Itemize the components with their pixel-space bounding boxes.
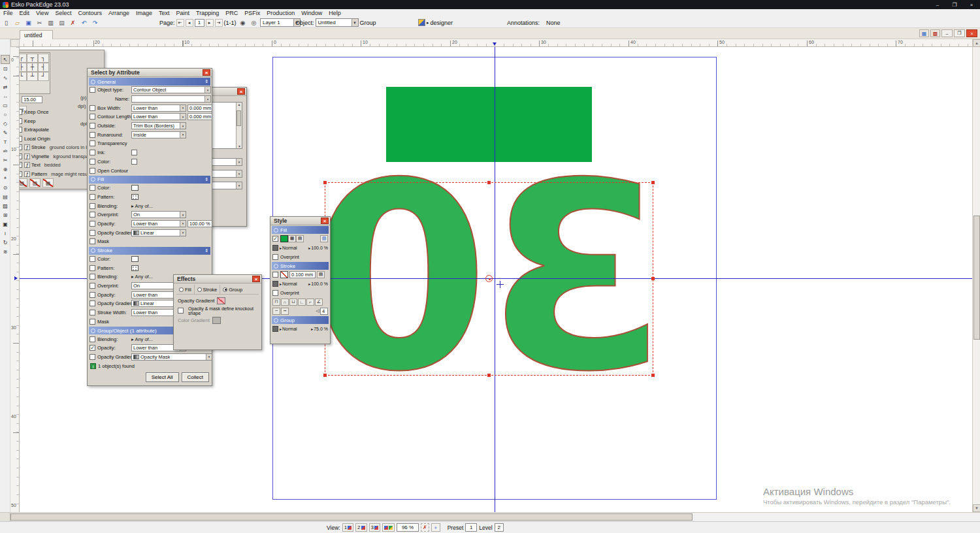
layer-lock-icon[interactable]: ◎ xyxy=(249,18,259,27)
sba-checkbox[interactable] xyxy=(90,319,95,325)
clear-view-button[interactable]: ✗ xyxy=(421,523,429,532)
close-button[interactable]: × xyxy=(963,0,980,9)
sba-checkbox[interactable] xyxy=(90,230,95,236)
anchor-button[interactable]: ┬ xyxy=(27,54,38,63)
anchor-button[interactable]: ┼ xyxy=(27,63,38,72)
first-page-button[interactable]: ⇤ xyxy=(176,19,184,27)
view-preset-3-button[interactable]: 3 xyxy=(369,523,380,532)
sba-value-field[interactable]: 0.000 mm xyxy=(188,113,212,120)
fill-color-swatch[interactable] xyxy=(280,235,288,242)
toolbar-delete-icon[interactable]: ✗ xyxy=(68,18,78,27)
sba-checkbox[interactable] xyxy=(90,105,95,111)
menu-select[interactable]: Select xyxy=(52,9,74,17)
preset-field[interactable]: 1 xyxy=(465,523,477,532)
last-page-button[interactable]: ⇥ xyxy=(215,19,223,27)
sba-dropdown[interactable]: Lower than▾ xyxy=(131,220,186,227)
blend-mode-icon[interactable] xyxy=(272,326,278,332)
stroke-overprint-checkbox[interactable] xyxy=(272,290,278,296)
vertical-scroll-thumb[interactable] xyxy=(973,216,980,340)
close-icon[interactable]: × xyxy=(252,276,260,282)
effects-tab-fill[interactable]: Fill xyxy=(176,285,195,294)
doc-minimize-button[interactable]: – xyxy=(941,29,953,37)
menu-window[interactable]: Window xyxy=(298,9,325,17)
sba-checkbox[interactable] xyxy=(90,300,95,306)
transform-tool[interactable]: ⇄ xyxy=(1,82,10,91)
selection-handle-se[interactable] xyxy=(651,374,655,377)
album-tool[interactable]: alb xyxy=(1,146,10,155)
stroke-blend-mode[interactable]: Normal xyxy=(282,282,297,286)
preview-mode-icon[interactable]: ▦ xyxy=(919,29,929,37)
sba-checkbox[interactable] xyxy=(90,238,95,244)
sba-dropdown[interactable]: Trim Box (Borders)▾ xyxy=(131,122,186,129)
zoom-level-field[interactable]: 96 % xyxy=(397,523,419,532)
document-tab[interactable]: untitled xyxy=(20,30,53,39)
angle-field[interactable]: 15.00 xyxy=(22,96,42,103)
prev-page-button[interactable]: ◂ xyxy=(186,19,193,27)
fill-blend-mode[interactable]: Normal xyxy=(282,246,297,250)
stroke-enabled-checkbox[interactable] xyxy=(272,272,278,278)
edit-points-tool[interactable]: ⊡ xyxy=(1,64,10,73)
gradient-tool[interactable]: ▤ xyxy=(1,192,10,201)
sba-checkbox[interactable] xyxy=(90,354,95,360)
knockout-checkbox[interactable] xyxy=(178,308,184,314)
sba-checkbox[interactable] xyxy=(90,310,95,315)
dash-style-button[interactable]: ┄ xyxy=(272,308,280,315)
sba-value-field[interactable]: 0.000 mm xyxy=(188,105,212,112)
stroke-options-button[interactable]: ▤ xyxy=(317,271,325,278)
doc-close-button[interactable]: × xyxy=(966,29,977,37)
style-section-fill[interactable]: Fill xyxy=(272,226,329,234)
trap-tool[interactable]: ⊞ xyxy=(1,210,10,219)
toolbar-save-icon[interactable]: ▣ xyxy=(24,18,33,27)
style-section-group[interactable]: Group xyxy=(272,316,329,324)
sba-checkbox[interactable] xyxy=(90,292,95,298)
effects-tab-group[interactable]: Group xyxy=(220,285,245,294)
sba-dropdown[interactable]: Contour Object▾ xyxy=(131,86,211,93)
fill-pattern-button[interactable]: ▦ xyxy=(288,235,296,242)
menu-file[interactable]: File xyxy=(0,9,16,17)
menu-psfix[interactable]: PSFix xyxy=(241,9,263,17)
selection-handle-ne[interactable] xyxy=(651,181,655,184)
miter-limit-field[interactable]: 4 xyxy=(320,308,328,315)
menu-image[interactable]: Image xyxy=(133,9,155,17)
blend-mode-icon[interactable] xyxy=(272,245,278,251)
densitometer-tool[interactable]: ⊙ xyxy=(1,183,10,192)
sba-extra-checkbox[interactable] xyxy=(131,159,137,165)
sba-checkbox[interactable] xyxy=(90,265,95,271)
sba-swatch[interactable] xyxy=(131,265,139,271)
selection-handle-s[interactable] xyxy=(487,374,491,377)
sba-checkbox[interactable] xyxy=(90,283,95,289)
effects-tab-stroke[interactable]: Stroke xyxy=(195,285,221,294)
anchor-button[interactable]: ┐ xyxy=(38,54,49,63)
sba-dropdown[interactable]: On▾ xyxy=(131,211,186,218)
toolbar-redo-icon[interactable]: ↷ xyxy=(90,18,100,27)
designer-label[interactable]: designer xyxy=(431,20,453,26)
sba-dropdown[interactable]: Linear▾ xyxy=(131,229,186,236)
view-preset-1-button[interactable]: 1 xyxy=(342,523,353,532)
group-blend-mode[interactable]: Normal xyxy=(282,327,297,331)
selection-center-point[interactable] xyxy=(485,275,493,282)
close-icon[interactable]: × xyxy=(237,88,245,95)
page-number-field[interactable]: 1 xyxy=(195,19,204,27)
toolbar-undo-icon[interactable]: ↶ xyxy=(79,18,89,27)
section-header[interactable]: Stroke⇕ xyxy=(89,247,210,255)
sba-value-field[interactable]: 100.00 % xyxy=(188,220,212,227)
sba-dropdown[interactable]: ▾ xyxy=(131,95,211,103)
fill-opacity-value[interactable]: 100.0 % xyxy=(311,246,328,250)
sba-checkbox[interactable] xyxy=(90,114,95,120)
stroke-opacity-value[interactable]: 100.0 % xyxy=(311,282,328,286)
menu-text[interactable]: Text xyxy=(155,9,173,17)
sba-swatch[interactable] xyxy=(131,256,139,262)
anchor-button[interactable]: ┘ xyxy=(38,72,49,81)
clear-stroke-icon[interactable]: ▨ xyxy=(29,178,41,187)
vertical-ruler[interactable]: 01020304050 xyxy=(10,47,20,512)
menu-paint[interactable]: Paint xyxy=(173,9,193,17)
ellipse-tool[interactable]: ○ xyxy=(1,110,10,119)
sba-dropdown[interactable]: Inside▾ xyxy=(131,131,186,138)
join-miter-button[interactable]: ∟ xyxy=(298,299,306,306)
sba-checkbox[interactable] xyxy=(90,150,95,155)
sba-checkbox[interactable] xyxy=(90,87,95,93)
measure-tool[interactable]: ↔ xyxy=(1,91,10,101)
minimize-button[interactable]: – xyxy=(929,0,946,9)
rotate-tool[interactable]: ↻ xyxy=(1,238,10,247)
menu-trapping[interactable]: Trapping xyxy=(193,9,222,17)
